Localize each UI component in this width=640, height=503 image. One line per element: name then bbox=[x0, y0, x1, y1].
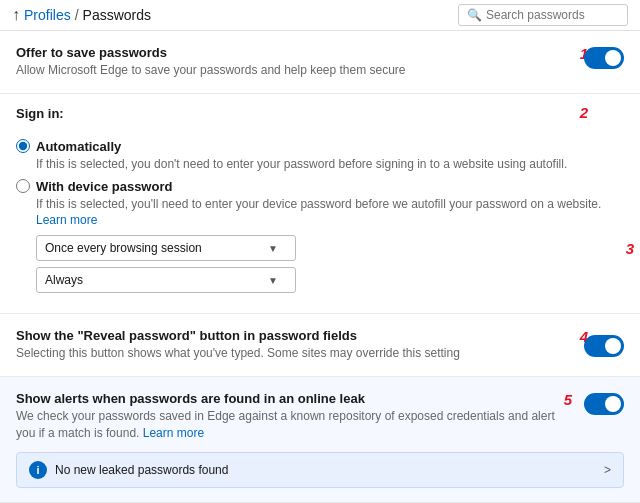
radio-auto-title: Automatically bbox=[36, 139, 121, 154]
reveal-btn-title: Show the "Reveal password" button in pas… bbox=[16, 328, 568, 343]
search-icon: 🔍 bbox=[467, 8, 482, 22]
chevron-right-icon: > bbox=[604, 463, 611, 477]
leak-alert-toggle[interactable] bbox=[584, 393, 624, 415]
radio-auto[interactable] bbox=[16, 139, 30, 153]
radio-auto-desc: If this is selected, you don't need to e… bbox=[16, 156, 624, 173]
breadcrumb-separator: / bbox=[75, 7, 79, 23]
signin-section: Sign in: 2 Automatically If this is sele… bbox=[0, 94, 640, 314]
reveal-btn-desc: Selecting this button shows what you've … bbox=[16, 345, 568, 362]
badge-5: 5 bbox=[564, 391, 572, 408]
dropdown2-select[interactable]: Always Once every browsing session Every… bbox=[36, 267, 296, 293]
signin-label: Sign in: bbox=[16, 106, 64, 121]
no-leaked-passwords-row[interactable]: i No new leaked passwords found > bbox=[16, 452, 624, 488]
no-leaked-text: No new leaked passwords found bbox=[55, 463, 228, 477]
badge-3: 3 bbox=[626, 240, 634, 257]
reveal-btn-toggle[interactable] bbox=[584, 335, 624, 357]
offer-save-toggle[interactable] bbox=[584, 47, 624, 69]
toggle-track-5 bbox=[584, 393, 624, 415]
offer-save-section: Offer to save passwords Allow Microsoft … bbox=[0, 31, 640, 94]
breadcrumb: Profiles / Passwords bbox=[24, 7, 151, 23]
reveal-btn-section: Show the "Reveal password" button in pas… bbox=[0, 314, 640, 377]
toggle-thumb-5 bbox=[605, 396, 621, 412]
dropdown1-wrap: Once every browsing session Always Every… bbox=[16, 235, 624, 261]
toggle-track-1 bbox=[584, 47, 624, 69]
dropdown2-wrap: Always Once every browsing session Every… bbox=[16, 267, 624, 293]
leak-alert-section: Show alerts when passwords are found in … bbox=[0, 377, 640, 503]
radio-device-title: With device password bbox=[36, 179, 172, 194]
cursor-icon: ↑ bbox=[12, 6, 20, 24]
page-header: ↑ Profiles / Passwords 🔍 bbox=[0, 0, 640, 31]
leak-alert-desc: We check your passwords saved in Edge ag… bbox=[16, 408, 568, 442]
breadcrumb-profiles-link[interactable]: Profiles bbox=[24, 7, 71, 23]
toggle-thumb-1 bbox=[605, 50, 621, 66]
leak-alert-title: Show alerts when passwords are found in … bbox=[16, 391, 568, 406]
leak-info-left: i No new leaked passwords found bbox=[29, 461, 228, 479]
toggle-track-4 bbox=[584, 335, 624, 357]
radio-device-option: With device password If this is selected… bbox=[16, 179, 624, 294]
offer-save-desc: Allow Microsoft Edge to save your passwo… bbox=[16, 62, 568, 79]
learn-more-leak-link[interactable]: Learn more bbox=[143, 426, 204, 440]
radio-device[interactable] bbox=[16, 179, 30, 193]
search-box[interactable]: 🔍 bbox=[458, 4, 628, 26]
search-input[interactable] bbox=[486, 8, 626, 22]
reveal-btn-text: Show the "Reveal password" button in pas… bbox=[16, 328, 568, 362]
info-icon: i bbox=[29, 461, 47, 479]
toggle-thumb-4 bbox=[605, 338, 621, 354]
dropdown1-select[interactable]: Once every browsing session Always Every… bbox=[36, 235, 296, 261]
badge-2: 2 bbox=[580, 104, 588, 121]
learn-more-device-link[interactable]: Learn more bbox=[36, 213, 97, 227]
offer-save-text: Offer to save passwords Allow Microsoft … bbox=[16, 45, 568, 79]
breadcrumb-current: Passwords bbox=[83, 7, 151, 23]
offer-save-title: Offer to save passwords bbox=[16, 45, 568, 60]
leak-alert-text: Show alerts when passwords are found in … bbox=[16, 391, 568, 452]
radio-device-desc: If this is selected, you'll need to ente… bbox=[16, 196, 624, 230]
radio-auto-option: Automatically If this is selected, you d… bbox=[16, 139, 624, 173]
